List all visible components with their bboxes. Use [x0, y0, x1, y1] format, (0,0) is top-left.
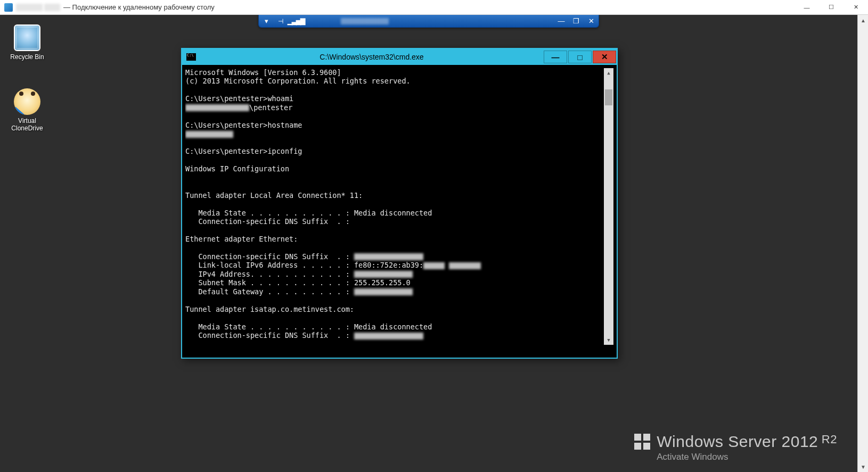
- cmd-scroll-thumb[interactable]: [605, 89, 612, 105]
- outer-scrollbar[interactable]: ▲ ▼: [857, 15, 868, 472]
- redacted-host-1: [16, 4, 43, 11]
- rdp-window-title: — Подключение к удаленному рабочему стол…: [63, 3, 215, 11]
- cmd-window[interactable]: C:\Windows\system32\cmd.exe — □ ✕ Micros…: [181, 48, 618, 359]
- recycle-bin-icon: [14, 24, 40, 51]
- cmd-line: IPv4 Address. . . . . . . . . . . :: [185, 270, 354, 278]
- watermark-r2: R2: [818, 433, 837, 446]
- rdp-icon: [4, 3, 13, 12]
- remote-area: Recycle Bin Virtual CloneDrive ▾ ⊣ ▁▃▅▇ …: [0, 15, 868, 472]
- cmd-line: Connection-specific DNS Suffix . :: [185, 217, 350, 226]
- clonedrive-label-2: CloneDrive: [5, 125, 49, 132]
- desktop-icon-virtual-clonedrive[interactable]: Virtual CloneDrive: [5, 88, 49, 132]
- outer-maximize-button[interactable]: ☐: [819, 0, 844, 15]
- cmd-line: Connection-specific DNS Suffix . :: [185, 331, 354, 339]
- signal-icon: ▁▃▅▇: [288, 18, 305, 25]
- recycle-bin-label: Recycle Bin: [5, 53, 49, 61]
- cmd-line: C:\Users\pentester>whoami: [185, 94, 293, 103]
- cmd-maximize-button[interactable]: □: [568, 51, 592, 63]
- redacted-ipv6-a: [423, 262, 445, 269]
- conn-bar-close-button[interactable]: ✕: [584, 15, 599, 28]
- activate-windows-text: Activate Windows: [657, 452, 837, 462]
- clonedrive-icon: [14, 88, 40, 115]
- conn-bar-restore-button[interactable]: ❐: [569, 15, 584, 28]
- redacted-domain: [185, 104, 249, 111]
- redacted-hostname: [185, 131, 233, 138]
- cmd-line: (c) 2013 Microsoft Corporation. All righ…: [185, 77, 411, 85]
- cmd-line: Link-local IPv6 Address . . . . . : fe80…: [185, 261, 423, 269]
- conn-bar-minimize-button[interactable]: —: [554, 15, 569, 28]
- pin-icon[interactable]: ⊣: [278, 18, 283, 25]
- desktop-icon-recycle-bin[interactable]: Recycle Bin: [5, 24, 49, 61]
- cmd-line: Ethernet adapter Ethernet:: [185, 235, 298, 243]
- cmd-line: Tunnel adapter isatap.co.metinvest.com:: [185, 305, 354, 313]
- outer-close-button[interactable]: ✕: [844, 0, 868, 15]
- outer-scroll-up-icon[interactable]: ▲: [858, 15, 868, 26]
- rdp-titlebar: — Подключение к удаленному рабочему стол…: [0, 0, 868, 15]
- outer-scroll-down-icon[interactable]: ▼: [858, 461, 868, 472]
- clonedrive-label-1: Virtual: [5, 117, 49, 125]
- cmd-line: Microsoft Windows [Version 6.3.9600]: [185, 68, 341, 77]
- windows-watermark: Windows Server 2012 R2 Activate Windows: [634, 433, 837, 462]
- cmd-icon: [186, 53, 196, 61]
- redacted-dns-suffix: [354, 253, 423, 260]
- cmd-scroll-down-icon[interactable]: ▼: [604, 335, 613, 345]
- cmd-scroll-up-icon[interactable]: ▲: [604, 68, 613, 78]
- cmd-line: Connection-specific DNS Suffix . :: [185, 252, 354, 261]
- cmd-close-button[interactable]: ✕: [593, 51, 616, 63]
- rdp-connection-bar[interactable]: ▾ ⊣ ▁▃▅▇ — ❐ ✕: [258, 15, 599, 28]
- redacted-dns-suffix-2: [354, 333, 423, 339]
- cmd-line: Subnet Mask . . . . . . . . . . . : 255.…: [185, 278, 411, 287]
- redacted-gateway: [354, 288, 413, 295]
- conn-bar-hostname-redacted: [341, 18, 552, 24]
- cmd-minimize-button[interactable]: —: [544, 51, 567, 63]
- cmd-line: C:\Users\pentester>hostname: [185, 121, 302, 129]
- cmd-line: C:\Users\pentester>ipconfig: [185, 147, 302, 155]
- windows-logo-icon: [634, 434, 650, 450]
- cmd-window-title: C:\Windows\system32\cmd.exe: [200, 53, 543, 61]
- cmd-scrollbar[interactable]: ▲ ▼: [604, 68, 613, 345]
- cmd-titlebar[interactable]: C:\Windows\system32\cmd.exe — □ ✕: [182, 49, 617, 65]
- cmd-line: \pentester: [249, 103, 292, 112]
- cmd-line: Default Gateway . . . . . . . . . :: [185, 287, 354, 296]
- redacted-host-2: [44, 4, 60, 11]
- redacted-ipv4: [354, 271, 413, 278]
- cmd-line: Media State . . . . . . . . . . . : Medi…: [185, 209, 432, 217]
- cmd-line: Tunnel adapter Local Area Connection* 11…: [185, 191, 363, 200]
- redacted-ipv6-b: [449, 262, 481, 269]
- watermark-brand: Windows Server 2012: [657, 433, 818, 450]
- remote-desktop[interactable]: Recycle Bin Virtual CloneDrive ▾ ⊣ ▁▃▅▇ …: [0, 15, 857, 472]
- cmd-output[interactable]: Microsoft Windows [Version 6.3.9600] (c)…: [185, 68, 604, 345]
- cmd-body[interactable]: Microsoft Windows [Version 6.3.9600] (c)…: [182, 65, 617, 358]
- cmd-line: Windows IP Configuration: [185, 164, 289, 173]
- outer-minimize-button[interactable]: —: [795, 0, 819, 15]
- cmd-line: Media State . . . . . . . . . . . : Medi…: [185, 322, 432, 331]
- conn-bar-dropdown-icon[interactable]: ▾: [259, 15, 274, 28]
